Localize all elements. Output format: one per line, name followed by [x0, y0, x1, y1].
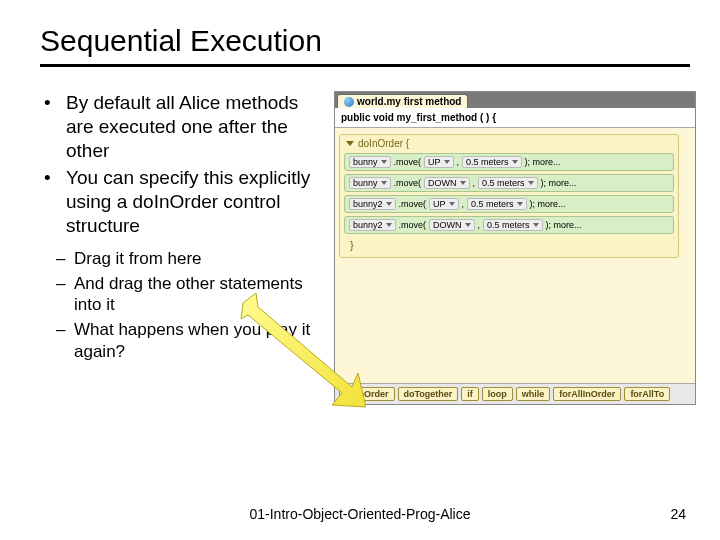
stmt-tail: ); more... — [530, 199, 566, 209]
object-chip[interactable]: bunny2 — [349, 198, 396, 210]
chevron-down-icon — [381, 160, 387, 164]
method-signature: public void my_first_method ( ) { — [335, 108, 695, 128]
arg-chip[interactable]: 0.5 meters — [467, 198, 527, 210]
method-tab[interactable]: world.my first method — [337, 94, 468, 108]
chevron-down-icon — [386, 202, 392, 206]
alice-editor: world.my first method public void my_fir… — [334, 91, 696, 405]
sub-bullet-item: And drag the other statements into it — [54, 273, 320, 316]
bullet-list: By default all Alice methods are execute… — [40, 91, 320, 238]
content-row: By default all Alice methods are execute… — [40, 91, 690, 405]
sub-bullet-item: Drag it from here — [54, 248, 320, 269]
sub-bullet-item: What happens when you play it again? — [54, 319, 320, 362]
method-body[interactable]: doInOrder { bunny .move( UP , 0.5 meters… — [335, 128, 695, 404]
statement-row[interactable]: bunny .move( UP , 0.5 meters ); more... — [344, 153, 674, 171]
chevron-down-icon — [386, 223, 392, 227]
slide-title: Sequential Execution — [40, 24, 690, 60]
stmt-tail: ); more... — [541, 178, 577, 188]
arg-chip[interactable]: DOWN — [429, 219, 475, 231]
arg-chip[interactable]: 0.5 meters — [462, 156, 522, 168]
arg-chip[interactable]: UP — [429, 198, 459, 210]
title-underline — [40, 64, 690, 67]
arg-chip[interactable]: 0.5 meters — [483, 219, 543, 231]
bullet-item: By default all Alice methods are execute… — [40, 91, 320, 162]
tab-bar: world.my first method — [335, 92, 695, 108]
chevron-down-icon — [528, 181, 534, 185]
sub-bullet-list: Drag it from here And drag the other sta… — [54, 248, 320, 362]
do-in-order-header[interactable]: doInOrder { — [344, 137, 674, 150]
palette-do-in-order[interactable]: doInOrder — [339, 387, 395, 401]
chevron-down-icon — [460, 181, 466, 185]
chevron-down-icon — [449, 202, 455, 206]
slide: Sequential Execution By default all Alic… — [0, 0, 720, 540]
palette-for-all-in-order[interactable]: forAllInOrder — [553, 387, 621, 401]
object-chip[interactable]: bunny — [349, 177, 391, 189]
arg-chip[interactable]: UP — [424, 156, 454, 168]
close-brace: } — [344, 237, 674, 253]
collapse-icon — [346, 141, 354, 146]
stmt-tail: ); more... — [546, 220, 582, 230]
method-name: .move( — [399, 220, 427, 230]
tab-label: world.my first method — [357, 96, 461, 107]
arg-chip[interactable]: 0.5 meters — [478, 177, 538, 189]
palette-do-together[interactable]: doTogether — [398, 387, 459, 401]
chevron-down-icon — [533, 223, 539, 227]
chevron-down-icon — [381, 181, 387, 185]
slide-footer: 01-Intro-Object-Oriented-Prog-Alice — [0, 506, 720, 522]
chevron-down-icon — [444, 160, 450, 164]
statement-row[interactable]: bunny .move( DOWN , 0.5 meters ); more..… — [344, 174, 674, 192]
bullet-item: You can specify this explicitly using a … — [40, 166, 320, 237]
object-chip[interactable]: bunny — [349, 156, 391, 168]
palette-while[interactable]: while — [516, 387, 551, 401]
palette-loop[interactable]: loop — [482, 387, 513, 401]
control-palette: doInOrder doTogether if loop while forAl… — [335, 383, 695, 404]
method-name: .move( — [394, 178, 422, 188]
object-chip[interactable]: bunny2 — [349, 219, 396, 231]
world-icon — [344, 97, 354, 107]
arg-chip[interactable]: DOWN — [424, 177, 470, 189]
statement-row[interactable]: bunny2 .move( DOWN , 0.5 meters ); more.… — [344, 216, 674, 234]
method-name: .move( — [394, 157, 422, 167]
page-number: 24 — [670, 506, 686, 522]
chevron-down-icon — [465, 223, 471, 227]
method-name: .move( — [399, 199, 427, 209]
statement-row[interactable]: bunny2 .move( UP , 0.5 meters ); more... — [344, 195, 674, 213]
do-in-order-label: doInOrder { — [358, 138, 409, 149]
chevron-down-icon — [517, 202, 523, 206]
chevron-down-icon — [512, 160, 518, 164]
screenshot-column: world.my first method public void my_fir… — [334, 91, 690, 405]
bullet-column: By default all Alice methods are execute… — [40, 91, 320, 405]
palette-for-all-together[interactable]: forAllTo — [624, 387, 670, 401]
stmt-tail: ); more... — [525, 157, 561, 167]
palette-if[interactable]: if — [461, 387, 479, 401]
do-in-order-block[interactable]: doInOrder { bunny .move( UP , 0.5 meters… — [339, 134, 679, 258]
